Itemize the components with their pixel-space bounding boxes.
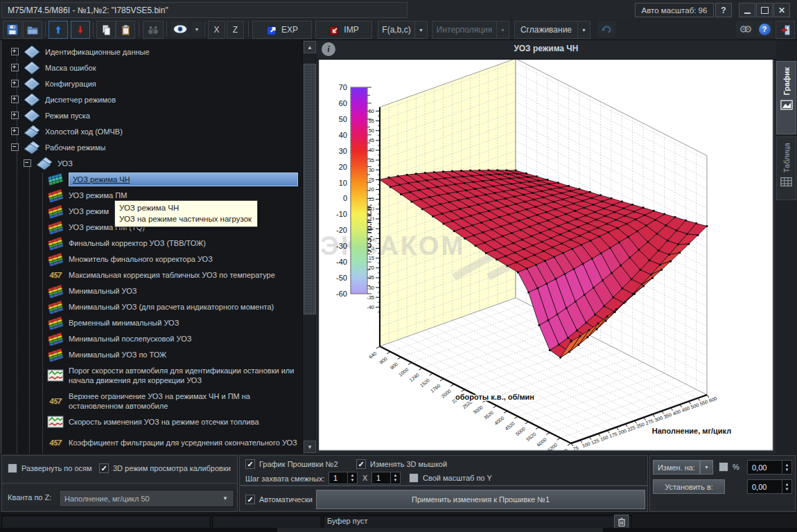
apply-button[interactable]: Применить изменения к Прошивке №1: [316, 490, 645, 509]
expand-plus-icon[interactable]: [11, 48, 19, 55]
paste-button[interactable]: [116, 21, 135, 39]
copy-button[interactable]: [96, 21, 116, 39]
change-by-dropdown[interactable]: ▼: [700, 460, 713, 475]
tree-item[interactable]: УОЗ режима ЧН: [3, 171, 302, 187]
tree-item[interactable]: Минимальный послепусковой УОЗ: [3, 330, 302, 346]
tree-item[interactable]: Рабочие режимы: [3, 139, 302, 155]
copy-icon: [100, 24, 112, 36]
tree-item-label: Диспетчер режимов: [45, 95, 116, 105]
tree-item[interactable]: Множитель финального корректора УОЗ: [3, 251, 302, 267]
tree-scrollbar[interactable]: ▲ ▼: [302, 40, 315, 454]
smoothing-button[interactable]: Сглаживание: [514, 21, 578, 39]
expand-plus-icon[interactable]: [11, 127, 19, 135]
titlebar-help-button[interactable]: ?: [715, 3, 732, 17]
x-axis-button[interactable]: X: [208, 21, 225, 39]
open-button[interactable]: [23, 21, 42, 39]
visibility-dropdown[interactable]: ▼: [191, 21, 202, 37]
tree-item[interactable]: Минимальный УОЗ (для расчета индикаторно…: [3, 299, 302, 314]
settings-button[interactable]: ⚙⚙: [736, 21, 754, 37]
spinner-arrows[interactable]: ▲▼: [782, 480, 791, 493]
collapse-minus-icon[interactable]: [11, 143, 19, 151]
own-scale-label: Свой масштаб по Y: [423, 474, 492, 482]
expand-axes-checkbox[interactable]: [8, 463, 17, 473]
tree-item[interactable]: Маска ошибок: [3, 60, 302, 76]
help-button[interactable]: ?: [755, 21, 773, 37]
own-scale-checkbox[interactable]: [409, 473, 419, 483]
tree-item[interactable]: Временный минимальный УОЗ: [3, 314, 302, 330]
step-y-spinner[interactable]: 1 ▲▼: [371, 472, 401, 484]
surface-map-icon: [47, 188, 64, 202]
scroll-up-arrow[interactable]: ▲: [304, 41, 316, 53]
visibility-button[interactable]: [170, 21, 190, 37]
import-button[interactable]: IMP: [315, 21, 372, 39]
tree-item[interactable]: 457Коэффициент фильтрации для усреднения…: [3, 429, 302, 454]
tree-item[interactable]: Конфигурация: [3, 76, 302, 91]
load-to-ecu-button[interactable]: [49, 21, 68, 39]
tab-tablica[interactable]: Таблица: [776, 136, 796, 200]
chevron-down-icon: ▼: [222, 495, 228, 502]
interpolation-dropdown[interactable]: ▼: [496, 21, 509, 39]
set-to-button[interactable]: Установить в:: [653, 479, 725, 494]
scrollbar-thumb[interactable]: [304, 64, 316, 314]
window-title: M75/M74.5/M86I - №1,№2: "I785VSE5.bin": [1, 2, 408, 18]
tree-item[interactable]: 457Максимальная коррекция табличных УОЗ …: [3, 267, 302, 283]
auto-checkbox[interactable]: ✓: [245, 495, 255, 504]
tree-item-label: Верхнее ограничение УОЗ на режимах ЧН и …: [69, 391, 302, 411]
tree-item[interactable]: Диспетчер режимов: [3, 91, 302, 107]
function-abc-button[interactable]: F(a,b,c): [378, 21, 415, 39]
mode3d-checkbox[interactable]: ✓: [99, 463, 109, 473]
surface-3d-chart[interactable]: ЭКСАКОМ605550454035302520151050-5-10-15-…: [319, 60, 773, 451]
expand-plus-icon[interactable]: [11, 64, 19, 71]
tab-tablica-label: Таблица: [782, 143, 791, 172]
toolbar-separator: [93, 21, 94, 37]
tree-item[interactable]: Минимальный УОЗ по ТОЖ: [3, 346, 302, 362]
tree-item[interactable]: Минимальный УОЗ: [3, 283, 302, 299]
change-by-button[interactable]: Измен. на:: [653, 460, 700, 475]
svg-text:60: 60: [339, 99, 347, 107]
smoothing-dropdown[interactable]: ▼: [577, 21, 590, 39]
spinner-arrows[interactable]: ▲▼: [782, 461, 791, 474]
close-button[interactable]: ✕: [773, 3, 790, 17]
minimize-button[interactable]: [739, 3, 755, 17]
undo-button[interactable]: [597, 21, 615, 37]
svg-text:-40: -40: [336, 258, 347, 266]
function-abc-dropdown[interactable]: ▼: [414, 21, 428, 39]
set-value-spinner[interactable]: 0,00 ▲▼: [747, 479, 792, 494]
maximize-button[interactable]: [756, 3, 773, 17]
tree-item[interactable]: Холостой ход (ОМЧВ): [3, 123, 302, 139]
mouse3d-checkbox[interactable]: ✓: [356, 459, 366, 469]
clear-buffer-button[interactable]: [614, 515, 629, 529]
percent-checkbox[interactable]: [719, 462, 728, 472]
expand-plus-icon[interactable]: [11, 112, 19, 119]
tree-item-label: Финальный корректор УОЗ (ТВВ/ТОЖ): [69, 238, 206, 248]
expand-plus-icon[interactable]: [11, 80, 19, 87]
tree-item[interactable]: УОЗ: [3, 155, 302, 171]
export-button[interactable]: EXP: [252, 21, 312, 39]
read-from-ecu-button[interactable]: [71, 21, 90, 39]
tree-item[interactable]: 457Верхнее ограничение УОЗ на режимах ЧН…: [3, 388, 302, 414]
svg-text:-40: -40: [367, 304, 374, 310]
graph2-checkbox[interactable]: ✓: [245, 459, 255, 469]
tree-item[interactable]: Режим пуска: [3, 107, 302, 123]
expand-plus-icon[interactable]: [11, 96, 19, 103]
collapse-minus-icon[interactable]: [24, 159, 31, 167]
search-button[interactable]: [143, 21, 164, 39]
z-axis-button[interactable]: Z: [227, 21, 244, 39]
step-x-spinner[interactable]: 1 ▲▼: [329, 472, 358, 484]
tree-item[interactable]: Идентификационные данные: [3, 44, 302, 60]
surface-map-icon: [47, 220, 64, 234]
tree-item[interactable]: Финальный корректор УОЗ (ТВВ/ТОЖ): [3, 235, 302, 251]
tree-item[interactable]: Скорость изменения УОЗ на режиме отсечки…: [3, 414, 302, 429]
tree-item-label: Идентификационные данные: [45, 47, 150, 57]
save-button[interactable]: [3, 21, 22, 39]
change-value-spinner[interactable]: 0,00 ▲▼: [747, 460, 792, 475]
scroll-down-arrow[interactable]: ▼: [304, 441, 316, 453]
spinner-arrows[interactable]: ▲▼: [390, 472, 400, 484]
tab-grafik[interactable]: График: [776, 61, 796, 134]
spinner-arrows[interactable]: ▲▼: [347, 472, 357, 484]
tree-item[interactable]: Порог скорости автомобиля для идентифика…: [3, 362, 302, 388]
interpolation-button[interactable]: Интерполяция: [432, 21, 497, 39]
kvanta-dropdown[interactable]: Наполнение, мг/цикл 50 ▼: [59, 490, 234, 507]
svg-text:Наполнение, мг/цикл: Наполнение, мг/цикл: [652, 427, 731, 435]
exit-button[interactable]: [776, 21, 795, 39]
